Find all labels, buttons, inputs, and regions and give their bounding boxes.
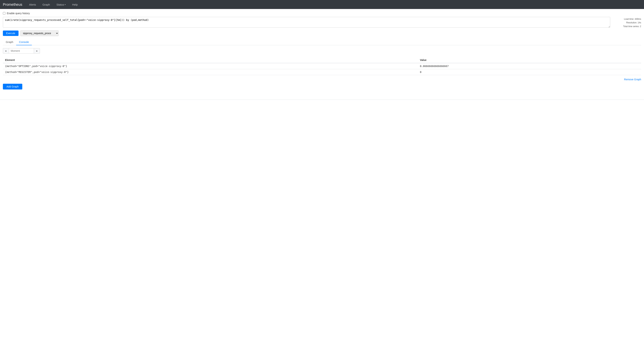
chevron-down-icon: ▾ xyxy=(65,3,66,5)
status-dropdown-label: Status xyxy=(56,3,64,6)
query-history-label[interactable]: Enable query history xyxy=(7,12,30,15)
table-row: {method="REGISTER",pod="voice-sipproxy-0… xyxy=(3,69,641,75)
cell-element: {method="REGISTER",pod="voice-sipproxy-0… xyxy=(3,69,418,75)
cell-value: 0 xyxy=(418,69,641,75)
metric-select[interactable]: sipproxy_requests_proce xyxy=(20,30,58,36)
remove-graph-row: Remove Graph xyxy=(3,78,641,81)
total-series-stat: Total time series: 2 xyxy=(612,25,641,28)
cell-element: {method="OPTIONS",pod="voice-sipproxy-0"… xyxy=(3,63,418,69)
execute-button[interactable]: Execute xyxy=(3,30,18,36)
results-table: Element Value {method="OPTIONS",pod="voi… xyxy=(3,57,641,75)
query-textarea[interactable]: sum(irate(sipproxy_requests_processed_se… xyxy=(3,17,610,28)
remove-graph-link[interactable]: Remove Graph xyxy=(624,78,641,81)
prev-time-button[interactable]: « xyxy=(3,48,9,53)
query-history-row: Enable query history xyxy=(3,12,641,15)
column-element: Element xyxy=(3,57,418,63)
graph-nav-link[interactable]: Graph xyxy=(41,2,52,7)
load-time-stat: Load time: 449ms xyxy=(612,17,641,21)
status-dropdown[interactable]: Status ▾ xyxy=(55,2,67,7)
navbar: Prometheus Alerts Graph Status ▾ Help xyxy=(0,0,644,9)
main-content: Enable query history sum(irate(sipproxy_… xyxy=(0,9,644,92)
column-value: Value xyxy=(418,57,641,63)
tab-console[interactable]: Console xyxy=(16,39,32,45)
table-row: {method="OPTIONS",pod="voice-sipproxy-0"… xyxy=(3,63,641,69)
brand-link[interactable]: Prometheus xyxy=(3,2,22,7)
query-stats: Load time: 449ms Resolution: 14s Total t… xyxy=(612,17,641,28)
console-controls: « » xyxy=(3,48,641,53)
moment-input[interactable] xyxy=(9,48,34,53)
execute-row: Execute sipproxy_requests_proce xyxy=(3,30,641,36)
help-link[interactable]: Help xyxy=(71,2,79,7)
query-input-row: sum(irate(sipproxy_requests_processed_se… xyxy=(3,17,641,28)
tab-graph[interactable]: Graph xyxy=(3,39,16,45)
resolution-stat: Resolution: 14s xyxy=(612,21,641,24)
footer xyxy=(0,99,644,105)
next-time-button[interactable]: » xyxy=(34,48,40,53)
cell-value: 0.06666666666666667 xyxy=(418,63,641,69)
query-textarea-wrapper: sum(irate(sipproxy_requests_processed_se… xyxy=(3,17,610,28)
query-history-checkbox[interactable] xyxy=(3,12,6,14)
alerts-link[interactable]: Alerts xyxy=(28,2,38,7)
add-graph-button[interactable]: Add Graph xyxy=(3,84,22,89)
tabs-row: Graph Console xyxy=(3,39,641,45)
